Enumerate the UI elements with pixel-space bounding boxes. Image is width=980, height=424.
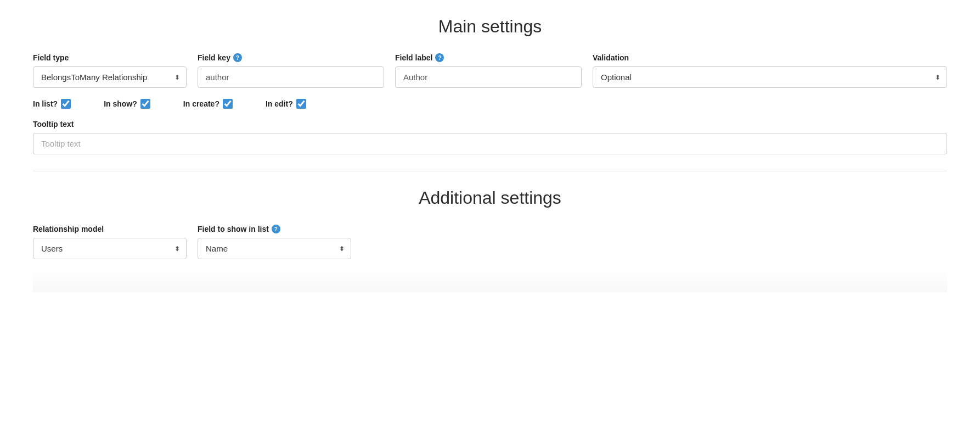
bottom-fade [33, 270, 947, 292]
in-list-checkbox[interactable] [61, 99, 71, 109]
validation-label: Validation [593, 53, 947, 62]
in-list-checkbox-group: In list? [33, 99, 71, 109]
relationship-model-group: Relationship model Users Posts Categorie… [33, 225, 187, 259]
field-key-label: Field key ? [198, 53, 384, 62]
in-create-checkbox[interactable] [223, 99, 233, 109]
field-key-group: Field key ? [198, 53, 384, 88]
section-divider [33, 171, 947, 171]
field-to-show-group: Field to show in list ? Name Email ID Ti… [198, 225, 351, 259]
relationship-model-select-wrapper: Users Posts Categories Tags [33, 238, 187, 259]
relationship-model-select[interactable]: Users Posts Categories Tags [33, 238, 187, 259]
in-edit-checkbox-group: In edit? [266, 99, 306, 109]
field-type-select-wrapper: BelongsToMany Relationship BelongsTo Rel… [33, 66, 187, 88]
relationship-model-label: Relationship model [33, 225, 187, 233]
field-type-select[interactable]: BelongsToMany Relationship BelongsTo Rel… [33, 66, 187, 88]
in-edit-label: In edit? [266, 99, 293, 108]
additional-fields-row: Relationship model Users Posts Categorie… [33, 225, 947, 259]
tooltip-input[interactable] [33, 133, 947, 154]
in-list-label: In list? [33, 99, 58, 108]
page-wrapper: Main settings Field type BelongsToMany R… [0, 0, 980, 309]
in-create-checkbox-group: In create? [183, 99, 233, 109]
field-to-show-label: Field to show in list ? [198, 225, 351, 233]
field-label-input[interactable] [395, 66, 582, 88]
additional-settings-title: Additional settings [33, 188, 947, 208]
in-edit-checkbox[interactable] [296, 99, 306, 109]
field-to-show-select-wrapper: Name Email ID Title [198, 238, 351, 259]
field-label-label: Field label ? [395, 53, 582, 62]
field-type-label: Field type [33, 53, 187, 62]
validation-group: Validation Optional Required [593, 53, 947, 88]
in-show-checkbox[interactable] [140, 99, 150, 109]
validation-select-wrapper: Optional Required [593, 66, 947, 88]
field-key-input[interactable] [198, 66, 384, 88]
field-to-show-help-icon[interactable]: ? [272, 225, 280, 233]
validation-select[interactable]: Optional Required [593, 66, 947, 88]
field-label-group: Field label ? [395, 53, 582, 88]
field-label-help-icon[interactable]: ? [435, 53, 444, 62]
field-to-show-select[interactable]: Name Email ID Title [198, 238, 351, 259]
tooltip-section: Tooltip text [33, 120, 947, 154]
in-show-checkbox-group: In show? [104, 99, 150, 109]
main-fields-row: Field type BelongsToMany Relationship Be… [33, 53, 947, 88]
field-type-group: Field type BelongsToMany Relationship Be… [33, 53, 187, 88]
in-show-label: In show? [104, 99, 137, 108]
field-key-help-icon[interactable]: ? [233, 53, 242, 62]
checkboxes-row: In list? In show? In create? In edit? [33, 99, 947, 109]
tooltip-label: Tooltip text [33, 120, 947, 129]
in-create-label: In create? [183, 99, 219, 108]
main-settings-title: Main settings [33, 16, 947, 37]
